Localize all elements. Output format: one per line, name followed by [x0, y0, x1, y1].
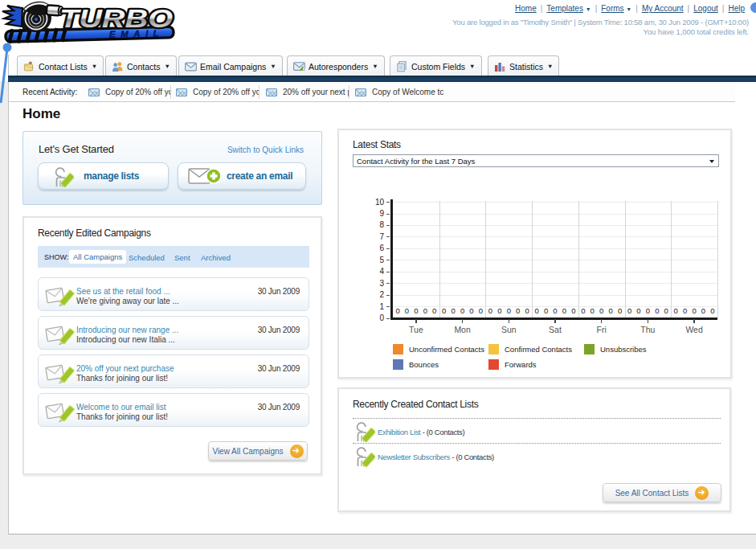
svg-text:TURBO: TURBO: [59, 4, 173, 33]
